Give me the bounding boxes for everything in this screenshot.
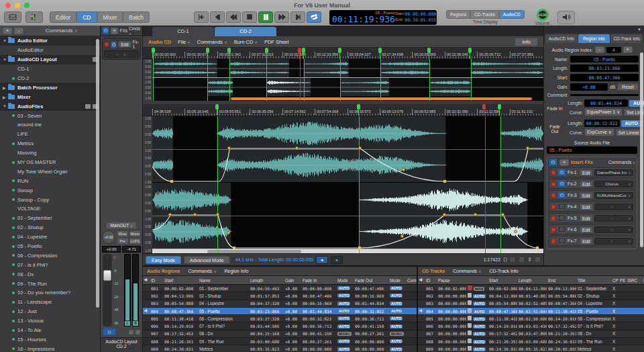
pdf-sheet-button[interactable]: PDF Sheet bbox=[264, 39, 289, 45]
strip-add-fx-button[interactable]: + bbox=[111, 28, 119, 34]
fx-record-button[interactable] bbox=[551, 216, 556, 221]
green-marker-pin[interactable] bbox=[357, 104, 360, 109]
main-waveform[interactable]: 1.000.500.000.501.000.500.000.501.001.00… bbox=[143, 116, 543, 253]
cd-track-row-007[interactable]: 00700:00:00:000 AUTO00:17:32:45200:03:47… bbox=[418, 331, 644, 338]
green-marker-pin[interactable] bbox=[378, 48, 382, 53]
fx-plugin-select[interactable]: Chorus∨ bbox=[594, 181, 633, 187]
envelope-node[interactable] bbox=[193, 213, 197, 216]
burn-cd-menu[interactable]: Burn CD ∨ bbox=[234, 39, 258, 45]
green-marker-pin[interactable] bbox=[227, 48, 231, 53]
advanced-mode-button[interactable]: Advanced Mode bbox=[184, 256, 230, 264]
strip-mono-button[interactable]: Mono bbox=[129, 230, 142, 237]
fx-edit-button[interactable]: Edit bbox=[580, 181, 593, 187]
sidebar-item-11-landscape[interactable]: 11 - Landscape bbox=[0, 298, 100, 307]
sidebar-add-button[interactable]: + bbox=[3, 28, 12, 34]
sidebar-scrollbar[interactable] bbox=[96, 39, 99, 308]
next-button[interactable] bbox=[290, 11, 305, 23]
region-name-field[interactable]: 05 - Poetto bbox=[570, 56, 639, 62]
panel-collapse-button[interactable]: ▼ bbox=[637, 28, 641, 32]
cd-track-row-009[interactable]: 00900:00:00:000 AUTO00:24:30:03100:05:35… bbox=[418, 345, 644, 352]
sidebar-item-around-me[interactable]: around me bbox=[0, 120, 100, 130]
sidebar-commands-menu[interactable]: Commands ∨ bbox=[25, 28, 97, 34]
fx-record-button[interactable] bbox=[551, 170, 556, 175]
sidebar-item-01-september[interactable]: 01 - September bbox=[0, 214, 100, 223]
fx-edit-button[interactable]: Edit bbox=[580, 226, 593, 233]
cd-track-row-002[interactable]: 00200:00:00:000 AUTO00:04:13:99600:01:40… bbox=[418, 292, 644, 300]
sidebar-item-16-impressions[interactable]: 16 - Impressions bbox=[0, 344, 100, 352]
fade-out-curve-select[interactable]: ExpCurve ∨ bbox=[584, 128, 614, 136]
sidebar-item-my-os-master[interactable]: MY OS MASTER bbox=[0, 158, 100, 167]
sidebar-item-06-compression[interactable]: 06 - Compression bbox=[0, 251, 100, 260]
sidebar-item-metrics[interactable]: Metrics bbox=[0, 139, 100, 148]
zoom-in-button[interactable] bbox=[519, 257, 525, 263]
envelope-corner[interactable] bbox=[358, 247, 361, 249]
fade-out-length-field[interactable]: 00:00:32:822 bbox=[584, 120, 620, 127]
region-index-plus-button[interactable]: + bbox=[623, 46, 633, 53]
region-row-009[interactable]: 00900:24:30:031Metrics00:05:35:023+0.000… bbox=[143, 345, 417, 352]
cd-commands-menu[interactable]: Commands ∨ bbox=[453, 269, 481, 273]
app-tab-mixer[interactable]: Mixer bbox=[97, 11, 123, 23]
region-row-004[interactable]: 00400:08:47:36605 - Poetto00:03:23:866+0… bbox=[143, 308, 417, 315]
layout-tab-cd-1[interactable]: CD-1 bbox=[152, 27, 214, 36]
output-select[interactable]: MainOUT ∨ bbox=[106, 222, 136, 229]
cd-track-row-008[interactable]: 00800:00:00:000 AUTO00:21:20:35100:03:09… bbox=[418, 338, 644, 345]
sidebar-item-swoop-copy[interactable]: Swoop - Copy bbox=[0, 195, 100, 204]
inspector-tab-cd-track-info[interactable]: CD-Track Info bbox=[610, 34, 643, 43]
fx-edit-button[interactable]: Edit bbox=[580, 204, 593, 210]
cd-track-row-004[interactable]: 00400:00:00:000 AUTO00:08:47:36600:02:51… bbox=[418, 308, 644, 315]
fx-record-button[interactable] bbox=[551, 181, 556, 187]
strip-copy-icon[interactable] bbox=[136, 330, 140, 335]
fx-panel-power-button[interactable]: ⏻ bbox=[549, 159, 557, 166]
region-row-002[interactable]: 00200:04:13:99602 - Shutup00:01:57:853+0… bbox=[143, 292, 417, 300]
zoom-fit-icon[interactable]: ⟨⟩ bbox=[503, 257, 507, 263]
fx-plugin-select[interactable]: AUMultibandCompressor∨ bbox=[594, 192, 633, 199]
main-ruler[interactable]: 04:36:53800:05:16:04500:05:55:55100:06:3… bbox=[143, 104, 543, 116]
green-marker-pin[interactable] bbox=[206, 48, 209, 53]
sidebar-item-14-to-ale[interactable]: 14 - To Ale bbox=[0, 326, 100, 335]
strip-lufs-button[interactable]: LUFS bbox=[129, 238, 142, 245]
region-comment-field[interactable] bbox=[570, 94, 639, 96]
sidebar-item-swoop[interactable]: Swoop bbox=[0, 185, 100, 195]
region-row-005[interactable]: 00500:11:38:41006 - Compression00:03:27:… bbox=[143, 315, 417, 322]
horizontal-scrollbar-thumb[interactable] bbox=[207, 250, 301, 253]
green-marker-pin[interactable] bbox=[498, 104, 501, 109]
fx-commands-menu[interactable]: Commands ∨ bbox=[608, 160, 635, 165]
envelope-node[interactable] bbox=[514, 230, 517, 233]
strip-link-icon[interactable] bbox=[129, 330, 133, 335]
stop-button[interactable] bbox=[242, 11, 257, 23]
inspector-scrollbar[interactable] bbox=[640, 52, 643, 247]
skip-start-button[interactable] bbox=[194, 11, 209, 23]
strip-pre-button[interactable]: Pre bbox=[117, 238, 129, 245]
envelope-node[interactable] bbox=[443, 213, 446, 216]
sidebar-item-13-vicious[interactable]: 13 - Vicious bbox=[0, 316, 100, 326]
vertical-zoom-spinner[interactable]: ⇕ bbox=[527, 257, 532, 263]
inspector-tab-audiocd-info[interactable]: AudioCD Info bbox=[545, 34, 578, 43]
sidebar-folder-audiofiles[interactable]: ▼AudioFiles bbox=[0, 101, 100, 111]
sidebar-item-12-just[interactable]: 12 - Just bbox=[0, 307, 100, 316]
fx-plugin-select[interactable]: -∨ bbox=[594, 204, 633, 210]
loop-button[interactable] bbox=[307, 11, 321, 23]
fx1-power-button[interactable]: ⏻ bbox=[111, 41, 117, 48]
fx-plugin-select[interactable]: GainerPhase Inverter∨ bbox=[594, 169, 633, 176]
sidebar-folder-batch-processor[interactable]: ▶Batch Processor bbox=[0, 83, 100, 92]
sidebar-item-10-do-you-remember-[interactable]: 10 - Do you remember? bbox=[0, 288, 100, 298]
info-button[interactable]: Info bbox=[515, 38, 538, 46]
envelope-node[interactable] bbox=[474, 213, 477, 216]
envelope-node[interactable] bbox=[168, 213, 172, 216]
green-marker-pin[interactable] bbox=[302, 48, 305, 53]
fx-record-button[interactable] bbox=[551, 227, 556, 232]
pause-button[interactable] bbox=[258, 11, 273, 23]
sidebar-item-life[interactable]: LIFE bbox=[0, 130, 100, 139]
rewind-button[interactable] bbox=[226, 11, 241, 23]
sidebar-item-voltage[interactable]: VOLTAGE bbox=[0, 204, 100, 214]
fx-power-button[interactable]: ⏻ bbox=[557, 191, 566, 199]
mute-speaker-button[interactable] bbox=[557, 11, 575, 24]
sidebar-item-mooving[interactable]: Mooving bbox=[0, 148, 100, 158]
pointer-tool-button[interactable]: ✦ bbox=[316, 256, 328, 264]
display-tab-audiocd[interactable]: AudioCD bbox=[499, 10, 525, 19]
red-marker-pin[interactable] bbox=[482, 104, 486, 109]
cd-track-row-005[interactable]: 00500:00:00:000 AUTO00:11:38:41000:02:50… bbox=[418, 315, 644, 322]
red-marker-pin[interactable] bbox=[298, 48, 301, 53]
disclosure-triangle[interactable]: ▼ bbox=[3, 39, 8, 43]
cd-track-row-001[interactable]: 00100:00:02:000 MAN00:00:02:00000:04:11:… bbox=[418, 285, 644, 292]
